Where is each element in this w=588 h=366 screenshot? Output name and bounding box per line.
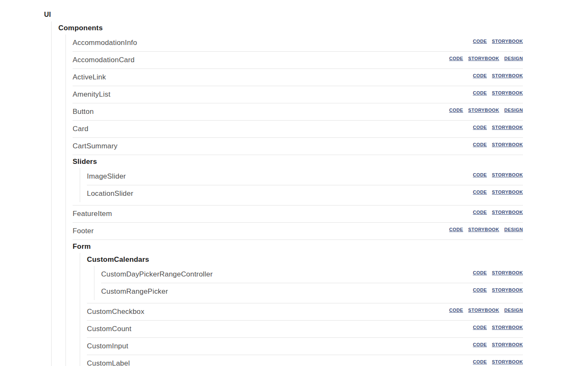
component-row-custominput: CustomInputCODESTORYBOOK bbox=[87, 337, 523, 355]
component-name: AmenityList bbox=[73, 90, 110, 99]
storybook-link[interactable]: STORYBOOK bbox=[468, 308, 499, 313]
row-links: CODESTORYBOOK bbox=[473, 172, 523, 177]
group-header-components: Components bbox=[58, 21, 523, 34]
component-name: CartSummary bbox=[73, 142, 118, 150]
code-link[interactable]: CODE bbox=[449, 308, 463, 313]
row-links: CODESTORYBOOK bbox=[473, 125, 523, 130]
storybook-link[interactable]: STORYBOOK bbox=[492, 210, 523, 215]
component-row-customcheckbox: CustomCheckboxCODESTORYBOOKDESIGN bbox=[87, 303, 523, 320]
component-row-amenitylist: AmenityListCODESTORYBOOK bbox=[73, 86, 523, 103]
storybook-link[interactable]: STORYBOOK bbox=[492, 172, 523, 177]
code-link[interactable]: CODE bbox=[473, 39, 487, 44]
design-link[interactable]: DESIGN bbox=[504, 108, 523, 113]
component-row-customlabel: CustomLabelCODESTORYBOOK bbox=[87, 355, 523, 366]
code-link[interactable]: CODE bbox=[473, 270, 487, 275]
storybook-link[interactable]: STORYBOOK bbox=[468, 108, 499, 113]
component-name: CustomCount bbox=[87, 325, 131, 333]
code-link[interactable]: CODE bbox=[473, 142, 487, 147]
component-name: CustomInput bbox=[87, 342, 128, 350]
component-name: CustomCheckbox bbox=[87, 308, 144, 316]
tree-group-components: ComponentsAccommodationInfoCODESTORYBOOK… bbox=[58, 21, 523, 366]
component-name: LocationSlider bbox=[87, 190, 133, 198]
row-links: CODESTORYBOOKDESIGN bbox=[449, 308, 523, 313]
group-children-form: CustomCalendarsCustomDayPickerRangeContr… bbox=[80, 253, 523, 366]
group-header-customcalendars: CustomCalendars bbox=[87, 253, 523, 266]
row-links: CODESTORYBOOKDESIGN bbox=[449, 56, 523, 61]
tree-group-customcalendars: CustomCalendarsCustomDayPickerRangeContr… bbox=[87, 253, 523, 300]
component-row-accomodationcard: AccomodationCardCODESTORYBOOKDESIGN bbox=[73, 51, 523, 68]
storybook-link[interactable]: STORYBOOK bbox=[492, 39, 523, 44]
code-link[interactable]: CODE bbox=[473, 325, 487, 330]
storybook-link[interactable]: STORYBOOK bbox=[492, 190, 523, 195]
component-name: ImageSlider bbox=[87, 172, 126, 181]
component-name: Footer bbox=[73, 227, 94, 235]
code-link[interactable]: CODE bbox=[473, 342, 487, 347]
code-link[interactable]: CODE bbox=[473, 172, 487, 177]
component-name: FeatureItem bbox=[73, 210, 112, 218]
component-name: ActiveLink bbox=[73, 73, 106, 82]
component-name: AccommodationInfo bbox=[73, 39, 137, 47]
component-row-customrangepicker: CustomRangePickerCODESTORYBOOK bbox=[101, 283, 523, 300]
component-name: CustomLabel bbox=[87, 359, 130, 366]
design-link[interactable]: DESIGN bbox=[504, 227, 523, 232]
component-row-button: ButtonCODESTORYBOOKDESIGN bbox=[73, 103, 523, 120]
storybook-link[interactable]: STORYBOOK bbox=[492, 73, 523, 78]
storybook-link[interactable]: STORYBOOK bbox=[492, 142, 523, 147]
storybook-link[interactable]: STORYBOOK bbox=[492, 359, 523, 364]
component-row-imageslider: ImageSliderCODESTORYBOOK bbox=[87, 168, 523, 185]
code-link[interactable]: CODE bbox=[473, 73, 487, 78]
code-link[interactable]: CODE bbox=[449, 56, 463, 61]
component-row-footer: FooterCODESTORYBOOKDESIGN bbox=[73, 222, 523, 240]
storybook-link[interactable]: STORYBOOK bbox=[492, 90, 523, 95]
design-link[interactable]: DESIGN bbox=[504, 56, 523, 61]
code-link[interactable]: CODE bbox=[473, 190, 487, 195]
row-links: CODESTORYBOOK bbox=[473, 287, 523, 292]
tree-group-ui: UIComponentsAccommodationInfoCODESTORYBO… bbox=[44, 8, 523, 366]
row-links: CODESTORYBOOK bbox=[473, 190, 523, 195]
row-links: CODESTORYBOOKDESIGN bbox=[449, 227, 523, 232]
storybook-link[interactable]: STORYBOOK bbox=[468, 227, 499, 232]
component-tree: UIComponentsAccommodationInfoCODESTORYBO… bbox=[44, 8, 523, 366]
component-row-activelink: ActiveLinkCODESTORYBOOK bbox=[73, 68, 523, 86]
group-children-customcalendars: CustomDayPickerRangeControllerCODESTORYB… bbox=[94, 266, 523, 300]
group-header-ui: UI bbox=[44, 8, 523, 21]
row-links: CODESTORYBOOK bbox=[473, 142, 523, 147]
row-links: CODESTORYBOOK bbox=[473, 39, 523, 44]
component-row-accommodationinfo: AccommodationInfoCODESTORYBOOK bbox=[73, 34, 523, 51]
code-link[interactable]: CODE bbox=[449, 227, 463, 232]
row-links: CODESTORYBOOK bbox=[473, 325, 523, 330]
group-children-ui: ComponentsAccommodationInfoCODESTORYBOOK… bbox=[51, 21, 523, 366]
code-link[interactable]: CODE bbox=[473, 90, 487, 95]
storybook-link[interactable]: STORYBOOK bbox=[492, 287, 523, 292]
row-links: CODESTORYBOOK bbox=[473, 270, 523, 275]
component-name: Button bbox=[73, 108, 94, 116]
code-link[interactable]: CODE bbox=[449, 108, 463, 113]
row-links: CODESTORYBOOK bbox=[473, 342, 523, 347]
storybook-link[interactable]: STORYBOOK bbox=[492, 125, 523, 130]
storybook-link[interactable]: STORYBOOK bbox=[492, 342, 523, 347]
component-row-card: CardCODESTORYBOOK bbox=[73, 120, 523, 137]
storybook-link[interactable]: STORYBOOK bbox=[492, 270, 523, 275]
code-link[interactable]: CODE bbox=[473, 210, 487, 215]
code-link[interactable]: CODE bbox=[473, 125, 487, 130]
group-header-sliders: Sliders bbox=[73, 155, 523, 168]
group-header-form: Form bbox=[73, 240, 523, 253]
component-row-featureitem: FeatureItemCODESTORYBOOK bbox=[73, 205, 523, 222]
row-links: CODESTORYBOOK bbox=[473, 210, 523, 215]
component-name: AccomodationCard bbox=[73, 56, 135, 64]
component-row-cartsummary: CartSummaryCODESTORYBOOK bbox=[73, 137, 523, 155]
component-name: CustomDayPickerRangeController bbox=[101, 270, 213, 279]
component-row-customdaypickerrangecontroller: CustomDayPickerRangeControllerCODESTORYB… bbox=[101, 266, 523, 283]
tree-group-sliders: SlidersImageSliderCODESTORYBOOKLocationS… bbox=[73, 155, 523, 202]
component-name: CustomRangePicker bbox=[101, 287, 168, 296]
component-docs-page: UIComponentsAccommodationInfoCODESTORYBO… bbox=[0, 0, 588, 366]
storybook-link[interactable]: STORYBOOK bbox=[492, 325, 523, 330]
design-link[interactable]: DESIGN bbox=[504, 308, 523, 313]
storybook-link[interactable]: STORYBOOK bbox=[468, 56, 499, 61]
group-children-sliders: ImageSliderCODESTORYBOOKLocationSliderCO… bbox=[80, 168, 523, 202]
group-children-components: AccommodationInfoCODESTORYBOOKAccomodati… bbox=[65, 34, 523, 366]
row-links: CODESTORYBOOK bbox=[473, 359, 523, 364]
code-link[interactable]: CODE bbox=[473, 359, 487, 364]
code-link[interactable]: CODE bbox=[473, 287, 487, 292]
row-links: CODESTORYBOOK bbox=[473, 90, 523, 95]
